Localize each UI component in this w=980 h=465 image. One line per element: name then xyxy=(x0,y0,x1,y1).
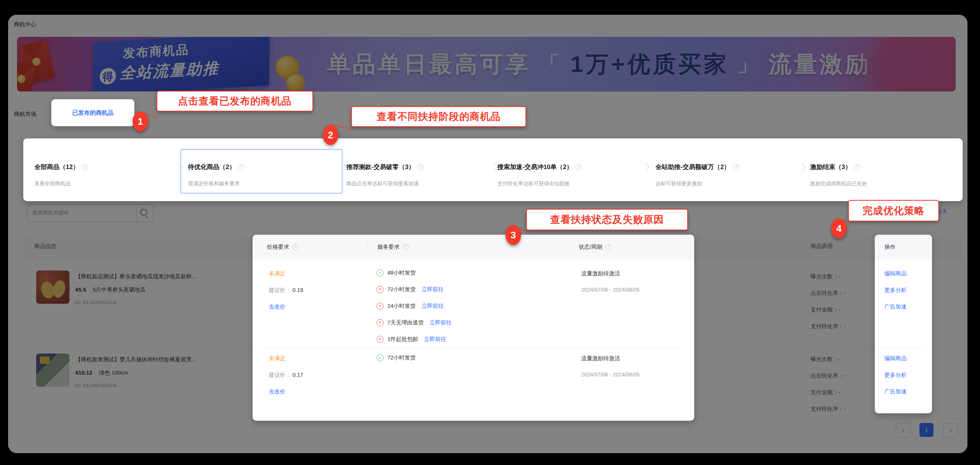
operations-spotlight-panel: 操作 编辑商品 更多分析 广告加速 编辑商品 更多分析 广告加速 xyxy=(875,235,932,413)
annotation-step-2-badge: 2 xyxy=(323,125,338,145)
help-icon[interactable]: ? xyxy=(418,164,424,170)
requirements-spotlight-panel: 价格要求? 服务要求? 状态/周期? 未满足 建议价：0.19 去改价 ✓ 48… xyxy=(253,235,694,421)
col-header-operations: 操作 xyxy=(885,244,896,251)
col-header-status: 状态/周期? xyxy=(579,244,611,251)
go-now-link[interactable]: 立即前往 xyxy=(422,286,444,293)
help-icon[interactable]: ? xyxy=(402,244,409,250)
more-analysis-link[interactable]: 更多分析 xyxy=(885,371,907,379)
check-circle-icon: ✓ xyxy=(377,270,383,276)
service-item: × 7天无理由退货 立即前往 xyxy=(377,319,452,326)
go-now-link[interactable]: 立即前往 xyxy=(430,319,452,326)
go-now-link[interactable]: 立即前往 xyxy=(424,336,446,343)
price-req-status: 未满足 xyxy=(269,270,285,277)
filter-all-products[interactable]: 全部商品（12）? 查看全部商机品 xyxy=(34,138,179,201)
app-window: 商机中心 发布商机品 得 全站流量助推 单品单日最高可享 「 1万+优质买家 」… xyxy=(8,15,967,453)
ad-boost-link[interactable]: 广告加速 xyxy=(885,303,907,310)
service-item: ✓ 72小时发货 xyxy=(377,354,416,361)
stage-filter-panel: 全部商品（12）? 查看全部商机品 待优化商品（2）? 需满足价格和服务要求 推… xyxy=(23,138,963,201)
column-divider xyxy=(368,240,368,256)
row-divider xyxy=(261,348,685,348)
service-item: ✓ 48小时发货 xyxy=(377,270,416,276)
help-icon[interactable]: ? xyxy=(82,164,88,170)
cross-circle-icon: × xyxy=(377,303,383,309)
edit-product-link[interactable]: 编辑商品 xyxy=(885,355,907,362)
suggest-price: 建议价：0.19 xyxy=(269,287,303,294)
filter-search-boost[interactable]: 搜索加速-交易冲10单（2）? 支付转化率达标可获得全站助推 xyxy=(497,138,641,201)
annotation-step-4-badge: 4 xyxy=(831,219,847,238)
chevron-separator-icon xyxy=(642,163,649,171)
col-header-price-req: 价格要求? xyxy=(267,244,298,251)
annotation-step-4-label: 完成优化策略 xyxy=(848,200,939,221)
help-icon[interactable]: ? xyxy=(854,164,861,170)
change-price-link[interactable]: 去改价 xyxy=(269,388,285,395)
annotation-step-2-label: 查看不同扶持阶段的商机品 xyxy=(351,106,526,127)
annotation-step-3-badge: 3 xyxy=(506,225,521,245)
more-analysis-link[interactable]: 更多分析 xyxy=(885,287,907,294)
column-divider xyxy=(571,240,571,256)
help-icon[interactable]: ? xyxy=(605,244,611,250)
panel-header-band xyxy=(253,235,694,260)
go-now-link[interactable]: 立即前往 xyxy=(422,303,444,309)
suggest-price: 建议价：0.17 xyxy=(269,371,303,379)
annotation-step-3-label: 查看扶持状态及失败原因 xyxy=(526,209,688,230)
row-divider xyxy=(879,348,928,348)
cross-circle-icon: × xyxy=(377,336,383,343)
edit-product-link[interactable]: 编辑商品 xyxy=(885,270,907,277)
filter-incentive-ended[interactable]: 激励结束（3）? 激励完成或商机品已失效 xyxy=(810,138,958,201)
help-icon[interactable]: ? xyxy=(238,164,245,170)
cross-circle-icon: × xyxy=(377,319,383,326)
incentive-period: 2024/07/06 - 2024/08/05 xyxy=(581,371,640,378)
filter-sitewide-boost[interactable]: 全站助推-交易额破万（2）? 达标可获得更多激励 xyxy=(655,138,796,201)
incentive-status: 流量激励待激活 xyxy=(581,355,620,362)
change-price-link[interactable]: 去改价 xyxy=(269,303,285,310)
service-item: × 24小时发货 立即前往 xyxy=(377,303,444,309)
incentive-status: 流量激励待激活 xyxy=(581,270,620,277)
col-header-service-req: 服务要求? xyxy=(377,244,409,251)
service-item: × 72小时发货 立即前往 xyxy=(377,286,444,293)
check-circle-icon: ✓ xyxy=(377,354,383,361)
help-icon[interactable]: ? xyxy=(576,164,582,170)
filter-recommend-test[interactable]: 推荐测款-交易破零（3）? 商品点击率达标可获得搜索加速 xyxy=(346,138,490,201)
annotation-step-1-label: 点击查看已发布的商机品 xyxy=(157,91,313,111)
filter-to-optimize[interactable]: 待优化商品（2）? 需满足价格和服务要求 xyxy=(188,138,336,201)
help-icon[interactable]: ? xyxy=(292,244,298,250)
incentive-period: 2024/07/06 - 2024/08/05 xyxy=(581,287,640,293)
price-req-status: 未满足 xyxy=(269,355,285,362)
ad-boost-link[interactable]: 广告加速 xyxy=(885,388,907,395)
chevron-separator-icon xyxy=(798,163,806,171)
tab-published[interactable]: 已发布的商机品 xyxy=(51,99,134,126)
annotation-step-1-badge: 1 xyxy=(132,111,148,132)
cross-circle-icon: × xyxy=(377,286,383,293)
help-icon[interactable]: ? xyxy=(733,164,739,170)
panel-header-band xyxy=(875,235,932,260)
service-item: × 1件起批包邮 立即前往 xyxy=(377,336,446,343)
